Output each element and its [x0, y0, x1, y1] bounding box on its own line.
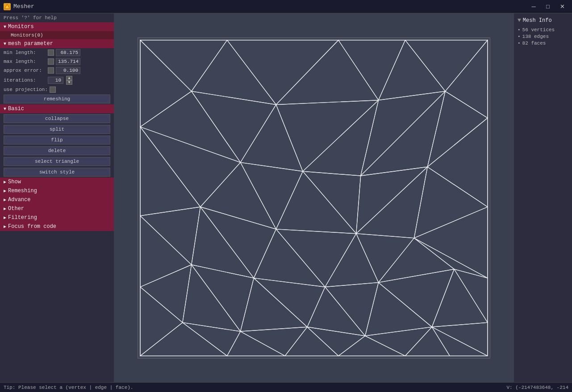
app-title: Mesher [13, 3, 34, 10]
titlebar-controls: ─ □ ✕ [527, 2, 568, 11]
approx-error-input[interactable] [56, 67, 80, 74]
delete-button[interactable]: delete [4, 146, 110, 155]
approx-error-row: approx error: [0, 66, 114, 75]
iterations-up-button[interactable]: ▲ [66, 76, 72, 80]
vertices-bullet-icon: • [518, 27, 521, 33]
app-icon [4, 3, 11, 10]
right-panel: ▼ Mesh Info • 56 vertices • 138 edges • … [514, 13, 572, 382]
close-button[interactable]: ✕ [556, 2, 568, 11]
max-length-row: max length: [0, 57, 114, 66]
focus-from-code-arrow-icon: ▶ [4, 224, 6, 229]
mesh-info-header[interactable]: ▼ Mesh Info [518, 17, 568, 24]
select-triangle-button[interactable]: select triangle [4, 157, 110, 166]
edges-count: 138 edges [522, 34, 549, 39]
statusbar: Tip: Please select a (vertex | edge | fa… [0, 382, 572, 392]
iterations-down-button[interactable]: ▼ [66, 80, 72, 85]
titlebar: Mesher ─ □ ✕ [0, 0, 572, 13]
min-length-checkbox[interactable] [48, 50, 54, 56]
monitors-arrow-icon: ▼ [4, 25, 6, 29]
use-projection-row: use projection: [0, 86, 114, 94]
min-length-label: min length: [4, 50, 46, 55]
remeshing-button[interactable]: remeshing [4, 95, 110, 103]
monitors-sub-label: Monitors(0) [11, 33, 43, 38]
basic-label: Basic [8, 106, 24, 112]
press-hint: Press '?' for help [0, 13, 114, 22]
focus-from-code-label: Focus from code [8, 223, 56, 230]
monitors-sub-header[interactable]: Monitors(0) [0, 31, 114, 39]
advance-section-header[interactable]: ▶ Advance [0, 195, 114, 204]
remeshing-label: Remeshing [8, 188, 37, 194]
use-projection-checkbox[interactable] [50, 87, 56, 93]
show-label: Show [8, 179, 21, 185]
max-length-label: max length: [4, 59, 46, 64]
advance-arrow-icon: ▶ [4, 197, 6, 202]
remeshing-arrow-icon: ▶ [4, 188, 6, 194]
other-section-header[interactable]: ▶ Other [0, 204, 114, 213]
other-label: Other [8, 206, 24, 212]
max-length-checkbox[interactable] [48, 58, 54, 65]
maximize-button[interactable]: □ [542, 2, 554, 11]
max-length-input[interactable] [56, 58, 80, 65]
monitors-label: Monitors [8, 24, 34, 30]
mesh-info-collapse-icon: ▼ [518, 17, 521, 24]
min-length-row: min length: [0, 48, 114, 57]
approx-error-label: approx error: [4, 68, 46, 73]
faces-info: • 82 faces [518, 41, 568, 46]
vertices-info: • 56 vertices [518, 27, 568, 33]
flip-button[interactable]: flip [4, 136, 110, 144]
advance-label: Advance [8, 197, 30, 203]
sidebar: Press '?' for help ▼ Monitors Monitors(0… [0, 13, 114, 382]
mesh-param-label: mesh parameter [8, 41, 53, 47]
minimize-button[interactable]: ─ [527, 2, 540, 11]
split-button[interactable]: split [4, 125, 110, 134]
mesh-viewport[interactable] [138, 37, 490, 359]
iterations-label: iterations: [4, 78, 46, 83]
filtering-arrow-icon: ▶ [4, 215, 6, 220]
filtering-label: Filtering [8, 215, 37, 221]
titlebar-left: Mesher [4, 3, 34, 10]
vertices-count: 56 vertices [522, 27, 555, 33]
mesh-param-arrow-icon: ▼ [4, 41, 6, 46]
monitors-section-header[interactable]: ▼ Monitors [0, 22, 114, 31]
canvas-area[interactable] [114, 13, 514, 382]
coords-text: V: (-2147483648, -214 [506, 385, 568, 390]
svg-rect-2 [138, 38, 490, 358]
basic-section-header[interactable]: ▼ Basic [0, 104, 114, 113]
edges-info: • 138 edges [518, 34, 568, 39]
faces-count: 82 faces [522, 41, 546, 46]
show-arrow-icon: ▶ [4, 179, 6, 185]
switch-style-button[interactable]: switch style [4, 168, 110, 177]
main-content: Press '?' for help ▼ Monitors Monitors(0… [0, 13, 572, 382]
faces-bullet-icon: • [518, 41, 521, 46]
tip-text: Tip: Please select a (vertex | edge | fa… [4, 385, 133, 390]
mesh-info-title: Mesh Info [523, 17, 552, 24]
collapse-button[interactable]: collapse [4, 114, 110, 123]
mesh-param-section-header[interactable]: ▼ mesh parameter [0, 39, 114, 48]
use-projection-label: use projection: [4, 87, 48, 92]
iterations-row: iterations: ▲ ▼ [0, 75, 114, 86]
other-arrow-icon: ▶ [4, 206, 6, 211]
show-section-header[interactable]: ▶ Show [0, 177, 114, 186]
approx-error-checkbox[interactable] [48, 67, 54, 74]
remeshing-section-header[interactable]: ▶ Remeshing [0, 186, 114, 195]
min-length-input[interactable] [56, 49, 80, 56]
iterations-input[interactable] [48, 77, 63, 84]
edges-bullet-icon: • [518, 34, 521, 39]
basic-arrow-icon: ▼ [4, 107, 6, 111]
filtering-section-header[interactable]: ▶ Filtering [0, 213, 114, 222]
focus-from-code-section-header[interactable]: ▶ Focus from code [0, 222, 114, 231]
